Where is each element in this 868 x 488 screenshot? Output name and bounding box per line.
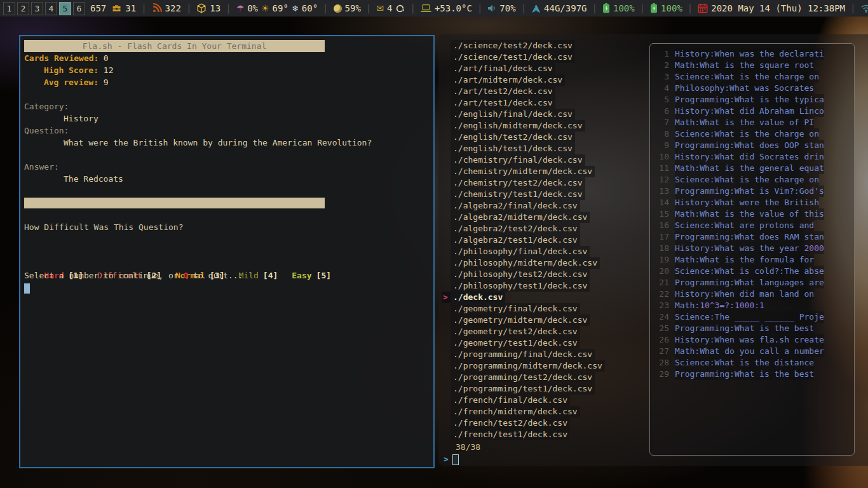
file-list-item[interactable]: ./chemistry/test1/deck.csv [442, 189, 605, 200]
file-list-item[interactable]: ./algebra2/final/deck.csv [442, 200, 605, 212]
preview-line: 23Math:10^3=?:1000:1 [654, 300, 854, 311]
file-path: ./philosophy/test2/deck.csv [451, 269, 590, 280]
file-path: ./programming/final/deck.csv [451, 349, 595, 360]
package-segment: 13 [196, 3, 220, 13]
file-list-item[interactable]: ./programming/test1/deck.csv [442, 383, 605, 395]
difficulty-option[interactable]: Mild[4] [239, 271, 278, 280]
pointer-icon: > [442, 292, 451, 303]
speaker-icon[interactable] [487, 4, 496, 13]
file-list-item[interactable]: ./geometry/test2/deck.csv [442, 326, 605, 337]
refresh-icon[interactable] [395, 4, 405, 13]
category-value: History [24, 112, 430, 125]
stat-row: Cards Reviewed: 0 [24, 52, 430, 64]
moon-icon [334, 4, 342, 13]
file-list-item[interactable]: ./chemistry/midterm/deck.csv [442, 166, 605, 177]
workspace-button[interactable]: 6 [73, 2, 85, 15]
difficulty-option[interactable]: Easy[5] [292, 271, 331, 280]
sun-icon: ☀ [261, 4, 269, 13]
file-list-item[interactable]: ./english/test2/deck.csv [442, 132, 605, 143]
file-path: ./chemistry/final/deck.csv [451, 154, 585, 166]
file-list-item[interactable]: ./english/test1/deck.csv [442, 143, 605, 154]
file-path: ./philosophy/midterm/deck.csv [451, 257, 600, 269]
file-list-item[interactable]: ./algebra2/test2/deck.csv [442, 223, 605, 234]
calendar-icon [698, 3, 708, 13]
file-list-item[interactable]: ./art/test2/deck.csv [442, 86, 605, 97]
file-list-item[interactable]: ./philosophy/test2/deck.csv [442, 269, 605, 280]
file-list-item[interactable]: ./algebra2/midterm/deck.csv [442, 212, 605, 223]
file-list-item[interactable]: ./geometry/test1/deck.csv [442, 337, 605, 349]
file-list-item[interactable]: ./programming/midterm/deck.csv [442, 360, 605, 372]
file-list-item[interactable]: ./art/final/deck.csv [442, 63, 605, 74]
wifi-icon[interactable] [860, 4, 868, 13]
stat-value [98, 53, 104, 63]
file-list-item[interactable]: ./art/test1/deck.csv [442, 97, 605, 109]
difficulty-heading: How Difficult Was This Question? [24, 221, 430, 233]
file-path: ./geometry/midterm/deck.csv [451, 315, 590, 326]
line-number: 1 [654, 48, 669, 60]
preview-line: 19Math:What is the formula for [654, 254, 854, 266]
file-list-item[interactable]: ./programming/test2/deck.csv [442, 372, 605, 383]
package-icon [196, 3, 207, 13]
file-list-item[interactable]: ./philosophy/final/deck.csv [442, 246, 605, 257]
line-number: 11 [654, 163, 669, 174]
file-list-item[interactable]: ./science/test2/deck.csv [442, 40, 605, 51]
file-list-item[interactable]: ./science/test1/deck.csv [442, 51, 605, 63]
file-list-item[interactable]: ./art/midterm/deck.csv [442, 74, 605, 86]
file-list-item[interactable]: ./french/midterm/deck.csv [442, 406, 605, 417]
stat-row: Avg review: 9 [24, 76, 430, 88]
file-path: ./english/final/deck.csv [451, 109, 575, 120]
file-path: ./science/test2/deck.csv [451, 40, 575, 51]
file-list-item[interactable]: ./philosophy/midterm/deck.csv [442, 257, 605, 269]
preview-line: 1History:When was the declarati [654, 48, 854, 60]
umbrella-icon: ☂ [236, 4, 245, 13]
file-list-item[interactable]: ./french/final/deck.csv [442, 395, 605, 406]
file-list-item[interactable]: ./geometry/final/deck.csv [442, 303, 605, 315]
prompt-icon: > [444, 453, 449, 466]
search-cursor[interactable] [452, 454, 459, 465]
workspace-button[interactable]: 5 [59, 2, 71, 15]
moon-segment: 59% [334, 3, 361, 13]
file-list-item[interactable]: ./french/test2/deck.csv [442, 417, 605, 429]
workspace-button[interactable]: 1 [3, 2, 15, 15]
preview-line: 29Programming:What is the best [654, 369, 854, 380]
file-list-item[interactable]: ./english/final/deck.csv [442, 109, 605, 120]
file-list-item[interactable]: ./chemistry/test2/deck.csv [442, 177, 605, 189]
file-path: ./geometry/final/deck.csv [451, 303, 580, 315]
file-list-item[interactable]: ./english/midterm/deck.csv [442, 120, 605, 132]
file-list-item[interactable]: ./geometry/midterm/deck.csv [442, 315, 605, 326]
file-list-item[interactable]: ./french/test1/deck.csv [442, 429, 605, 440]
search-prompt-line[interactable]: > [444, 453, 459, 466]
workspace-button[interactable]: 2 [17, 2, 29, 15]
file-list-item[interactable]: ./philosophy/test1/deck.csv [442, 280, 605, 292]
file-list: ./science/test2/deck.csv ./science/test1… [442, 40, 605, 440]
file-path: ./geometry/test1/deck.csv [451, 337, 580, 349]
status-bar: 123456 657 31 | 322 | 13 | ☂ 0% ☀ 69° ❄ … [0, 0, 868, 17]
preview-line: 15Math:What is the value of this [654, 208, 854, 220]
progress-bar [24, 198, 325, 208]
line-number: 10 [654, 151, 669, 163]
workspace-button[interactable]: 4 [45, 2, 57, 15]
file-path: ./chemistry/midterm/deck.csv [451, 166, 595, 177]
briefcase-icon [111, 3, 122, 13]
file-list-item[interactable]: ./algebra2/test1/deck.csv [442, 234, 605, 246]
file-list-item[interactable]: >./deck.csv [442, 292, 605, 303]
file-path: ./chemistry/test2/deck.csv [451, 177, 585, 189]
file-list-item[interactable]: ./programming/final/deck.csv [442, 349, 605, 360]
file-path: ./programming/test2/deck.csv [451, 372, 595, 383]
flashcard-terminal-window[interactable]: Fla.sh - Flash Cards In Your Terminal Ca… [19, 35, 435, 468]
file-list-item[interactable]: ./chemistry/final/deck.csv [442, 154, 605, 166]
line-number: 20 [654, 266, 669, 277]
line-number: 25 [654, 323, 669, 334]
workspace-button[interactable]: 3 [31, 2, 43, 15]
preview-line: 8Science:What is the charge on [654, 128, 854, 140]
preview-line: 20Science:What is cold?:The abse [654, 266, 854, 277]
line-number: 3 [654, 71, 669, 83]
rss-segment: 322 [152, 3, 181, 13]
preview-line: 5Programming:What is the typica [654, 94, 854, 105]
text-cursor[interactable] [24, 283, 30, 294]
preview-line: 4Philosophy:What was Socrates [654, 83, 854, 94]
preview-line: 11Math:What is the general equat [654, 163, 854, 174]
volume-segment: 70% [487, 3, 515, 13]
fzf-terminal-window[interactable]: ./science/test2/deck.csv ./science/test1… [438, 34, 868, 466]
answer-text: The Redcoats [24, 173, 430, 185]
